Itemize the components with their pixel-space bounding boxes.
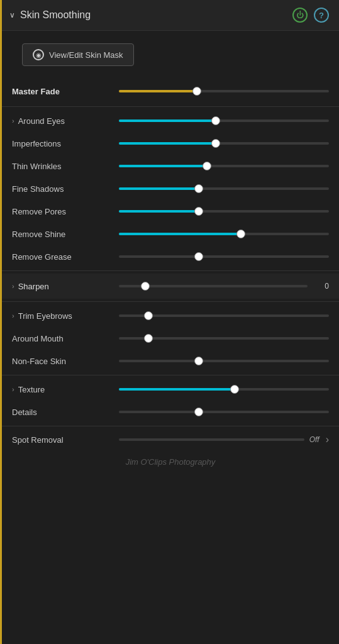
around-eyes-slider[interactable] <box>119 114 329 127</box>
remove-shine-thumb[interactable] <box>236 230 245 238</box>
power-icon: ⏻ <box>296 11 304 19</box>
non-face-skin-row: Non-Face Skin <box>2 350 339 372</box>
details-row: Details <box>2 401 339 423</box>
spot-removal-controls: Off <box>119 435 320 444</box>
master-fade-row: Master Fade <box>2 79 339 104</box>
remove-grease-label: Remove Grease <box>12 252 113 262</box>
around-mouth-thumb[interactable] <box>144 334 153 343</box>
panel-header: ∨ Skin Smoothing ⏻ ? <box>2 0 339 31</box>
details-track <box>119 411 329 413</box>
remove-pores-fill <box>119 210 199 213</box>
around-eyes-thumb[interactable] <box>211 116 220 125</box>
power-toggle-button[interactable]: ⏻ <box>292 8 308 23</box>
remove-grease-thumb[interactable] <box>194 252 203 261</box>
spot-removal-row: Spot Removal Off › <box>2 429 339 450</box>
remove-grease-slider[interactable] <box>119 250 329 263</box>
around-mouth-track <box>119 337 329 340</box>
details-thumb[interactable] <box>194 408 203 416</box>
trim-eyebrows-thumb[interactable] <box>144 311 153 320</box>
divider-5 <box>2 426 339 426</box>
sharpen-slider[interactable] <box>119 280 308 292</box>
remove-shine-track <box>119 233 329 235</box>
mask-button-label: View/Edit Skin Mask <box>49 50 123 60</box>
imperfections-thumb[interactable] <box>211 139 220 148</box>
sharpen-section-row: › Sharpen 0 <box>2 274 339 299</box>
around-eyes-label: › Around Eyes <box>12 116 113 126</box>
skin-smoothing-panel: ∨ Skin Smoothing ⏻ ? ◉ View/Edit Skin Ma… <box>0 0 339 644</box>
texture-fill <box>119 388 235 391</box>
fine-shadows-track <box>119 187 329 190</box>
sharpen-label: › Sharpen <box>12 282 113 291</box>
trim-eyebrows-label: › Trim Eyebrows <box>12 311 113 321</box>
imperfections-track <box>119 142 329 145</box>
details-label: Details <box>12 408 113 417</box>
around-eyes-fill <box>119 119 216 122</box>
imperfections-row: Imperfections <box>2 132 339 155</box>
sharpen-track <box>119 285 308 287</box>
non-face-skin-thumb[interactable] <box>194 357 203 365</box>
trim-eyebrows-row: › Trim Eyebrows <box>2 304 339 327</box>
sharpen-chevron-icon[interactable]: › <box>12 282 14 290</box>
non-face-skin-label: Non-Face Skin <box>12 357 113 366</box>
remove-shine-fill <box>119 233 241 235</box>
around-eyes-chevron-icon[interactable]: › <box>12 117 14 125</box>
collapse-chevron-icon[interactable]: ∨ <box>9 11 15 19</box>
fine-shadows-row: Fine Shadows <box>2 177 339 200</box>
remove-grease-row: Remove Grease <box>2 245 339 268</box>
imperfections-fill <box>119 142 216 145</box>
help-button[interactable]: ? <box>314 8 329 23</box>
divider-4 <box>2 375 339 375</box>
spot-removal-value: Off <box>309 435 320 444</box>
details-slider[interactable] <box>119 406 329 418</box>
panel-header-left: ∨ Skin Smoothing <box>9 9 91 21</box>
master-fade-thumb[interactable] <box>192 87 201 96</box>
around-mouth-slider[interactable] <box>119 332 329 345</box>
master-fade-fill <box>119 90 197 92</box>
thin-wrinkles-label: Thin Wrinkles <box>12 162 113 171</box>
spot-removal-arrow-icon[interactable]: › <box>326 434 329 445</box>
divider-2 <box>2 270 339 271</box>
non-face-skin-slider[interactable] <box>119 355 329 367</box>
texture-thumb[interactable] <box>230 385 239 394</box>
around-mouth-label: Around Mouth <box>12 334 113 343</box>
remove-pores-row: Remove Pores <box>2 200 339 223</box>
fine-shadows-label: Fine Shadows <box>12 184 113 194</box>
remove-pores-label: Remove Pores <box>12 207 113 216</box>
sharpen-thumb[interactable] <box>141 282 150 291</box>
view-edit-skin-mask-button[interactable]: ◉ View/Edit Skin Mask <box>22 43 134 66</box>
remove-shine-row: Remove Shine <box>2 223 339 245</box>
master-fade-slider[interactable] <box>119 85 329 97</box>
trim-eyebrows-slider[interactable] <box>119 309 329 322</box>
spot-removal-label: Spot Removal <box>12 435 113 445</box>
around-eyes-track <box>119 119 329 122</box>
panel-title: Skin Smoothing <box>20 9 91 21</box>
divider-3 <box>2 301 339 302</box>
help-icon: ? <box>319 11 324 20</box>
thin-wrinkles-thumb[interactable] <box>203 162 211 170</box>
spot-removal-track <box>119 438 304 441</box>
thin-wrinkles-fill <box>119 165 207 167</box>
mask-icon: ◉ <box>33 49 44 60</box>
texture-slider[interactable] <box>119 383 329 396</box>
remove-pores-slider[interactable] <box>119 205 329 218</box>
texture-track <box>119 388 329 391</box>
thin-wrinkles-slider[interactable] <box>119 160 329 172</box>
remove-shine-slider[interactable] <box>119 228 329 240</box>
master-fade-track <box>119 90 329 92</box>
remove-grease-fill <box>119 255 199 258</box>
remove-pores-track <box>119 210 329 213</box>
texture-chevron-icon[interactable]: › <box>12 386 14 393</box>
fine-shadows-slider[interactable] <box>119 182 329 195</box>
non-face-skin-track <box>119 360 329 362</box>
thin-wrinkles-track <box>119 165 329 167</box>
fine-shadows-fill <box>119 187 199 190</box>
remove-shine-label: Remove Shine <box>12 230 113 239</box>
fine-shadows-thumb[interactable] <box>194 184 203 193</box>
watermark: Jim O'Clips Photography <box>2 450 339 473</box>
texture-row: › Texture <box>2 378 339 401</box>
imperfections-label: Imperfections <box>12 139 113 148</box>
remove-pores-thumb[interactable] <box>194 207 203 216</box>
remove-grease-track <box>119 255 329 258</box>
imperfections-slider[interactable] <box>119 137 329 150</box>
trim-eyebrows-chevron-icon[interactable]: › <box>12 312 14 319</box>
